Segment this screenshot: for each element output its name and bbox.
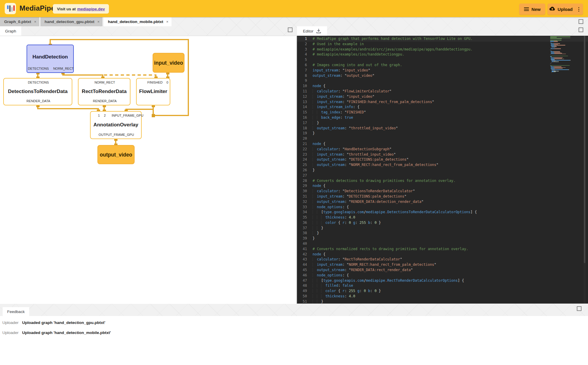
code-line-19[interactable]: 19}	[297, 131, 588, 136]
code-line-14[interactable]: 14 input_stream_info: {	[297, 105, 588, 110]
code-line-28[interactable]: 28# Converts detections to drawing primi…	[297, 178, 588, 184]
code-line-35[interactable]: 35 thickness: 4.0	[297, 215, 588, 220]
code-line-17[interactable]: 17 }	[297, 120, 588, 126]
code-line-32[interactable]: 32 output_stream: "RENDER_DATA:detection…	[297, 199, 588, 205]
code-line-9[interactable]: 9	[297, 78, 588, 84]
code-line-21[interactable]: 21node {	[297, 141, 588, 147]
code-line-24[interactable]: 24 output_stream: "DETECTIONS:palm_detec…	[297, 157, 588, 162]
line-number: 50	[297, 294, 312, 299]
code-line-42[interactable]: 42node {	[297, 252, 588, 257]
tab-close-icon[interactable]: ×	[34, 19, 37, 24]
code-line-15[interactable]: 15 tag_index: "FINISHED"	[297, 110, 588, 115]
code-line-11[interactable]: 11 calculator: "FlowLimiterCalculator"	[297, 89, 588, 94]
code-line-4[interactable]: 4# mediapipie/examples/ios/handdetection…	[297, 52, 588, 57]
code-line-50[interactable]: 50 thickness: 4.0	[297, 294, 588, 299]
code-line-49[interactable]: 49 color { r: 255 g: 0 b: 0 }	[297, 289, 588, 294]
code-line-3[interactable]: 3# mediapipie/examples/android/src/java/…	[297, 47, 588, 52]
code-line-2[interactable]: 2# Used in the example in	[297, 42, 588, 47]
code-line-22[interactable]: 22 calculator: "HandDetectionSubgraph"	[297, 147, 588, 152]
code-line-39[interactable]: 39}	[297, 236, 588, 241]
tab-editor[interactable]: Editor	[297, 26, 327, 36]
minimap[interactable]	[550, 36, 583, 73]
editor-restore-icon[interactable]	[579, 19, 583, 24]
tab-close-icon[interactable]: ×	[97, 19, 100, 24]
code-line-34[interactable]: 34 [type.googleapis.com/mediapipe.Detect…	[297, 210, 588, 215]
line-number: 51	[297, 299, 312, 304]
upload-button[interactable]: Upload ⋮	[548, 4, 583, 15]
graph-node-output_video[interactable]: output_video	[97, 145, 135, 164]
node-title: HandDetection	[27, 54, 73, 60]
download-icon[interactable]	[316, 28, 321, 34]
line-number: 40	[297, 241, 312, 247]
graph-canvas[interactable]: HandDetectionDETECTIONSNORM_RECTinput_vi…	[0, 36, 297, 304]
code-text: # Converts normalized rects to drawing p…	[312, 247, 468, 252]
visit-link[interactable]: mediapipe.dev	[77, 7, 105, 11]
graph-node-FlowLimiter[interactable]: FlowLimiterFINISHED0	[136, 78, 170, 105]
graph-node-HandDetection[interactable]: HandDetectionDETECTIONSNORM_RECT	[27, 45, 74, 73]
editor-scrollbar[interactable]	[584, 36, 586, 304]
code-line-45[interactable]: 45 output_stream: "RENDER_DATA:rect_rend…	[297, 268, 588, 273]
code-line-1[interactable]: 1# MediaPipe graph that performs hand de…	[297, 36, 588, 42]
code-line-36[interactable]: 36 color { r: 0 g: 255 b: 0 }	[297, 220, 588, 226]
code-line-48[interactable]: 48 filled: false	[297, 283, 588, 289]
code-line-31[interactable]: 31 input_stream: "DETECTIONS:palm_detect…	[297, 194, 588, 199]
graph-maximize-icon[interactable]	[288, 27, 293, 32]
code-line-29[interactable]: 29node {	[297, 183, 588, 189]
tab-feedback[interactable]: Feedback	[3, 307, 29, 316]
code-line-12[interactable]: 12 input_stream: "input_video"	[297, 94, 588, 100]
code-line-51[interactable]: 51 }	[297, 299, 588, 304]
code-line-16[interactable]: 16 back_edge: true	[297, 115, 588, 120]
code-line-33[interactable]: 33 node_options: {	[297, 205, 588, 210]
tab-close-icon[interactable]: ×	[166, 19, 169, 24]
graph-node-AnnotationOverlay[interactable]: AnnotationOverlay12INPUT_FRAME_GPUOUTPUT…	[90, 111, 142, 139]
graph-node-RectToRenderData[interactable]: RectToRenderDataNORM_RECTRENDER_DATA	[78, 78, 130, 105]
graph-node-DetectionsToRenderData[interactable]: DetectionsToRenderDataDETECTIONSRENDER_D…	[3, 78, 72, 105]
code-line-37[interactable]: 37 }	[297, 226, 588, 231]
code-line-13[interactable]: 13 input_stream: "FINISHED:hand_rect_fro…	[297, 100, 588, 105]
code-line-47[interactable]: 47 [type.googleapis.com/mediapipe.RectTo…	[297, 278, 588, 283]
code-line-27[interactable]: 27	[297, 173, 588, 178]
code-text: # MediaPipe graph that performs hand det…	[312, 36, 473, 42]
code-line-44[interactable]: 44 input_stream: "NORM_RECT:hand_rect_fr…	[297, 262, 588, 268]
code-line-6[interactable]: 6# Images coming into and out of the gra…	[297, 63, 588, 68]
code-line-7[interactable]: 7input_stream: "input_video"	[297, 68, 588, 73]
code-line-18[interactable]: 18 output_stream: "throttled_input_video…	[297, 126, 588, 131]
graph-node-input_video[interactable]: input_video	[153, 53, 184, 73]
code-line-40[interactable]: 40	[297, 241, 588, 247]
file-tab-hand_detection_gpu.pbtxt[interactable]: hand_detection_gpu.pbtxt×	[40, 17, 102, 26]
code-line-8[interactable]: 8output_stream: "output_video"	[297, 73, 588, 79]
code-lines[interactable]: 1# MediaPipe graph that performs hand de…	[297, 36, 588, 304]
line-number: 46	[297, 273, 312, 278]
code-line-43[interactable]: 43 calculator: "RectToRenderDataCalculat…	[297, 257, 588, 262]
port-label: 2	[104, 114, 106, 117]
node-title: DetectionsToRenderData	[4, 89, 72, 94]
code-line-5[interactable]: 5	[297, 57, 588, 63]
code-text: node_options: {	[312, 205, 349, 210]
kebab-menu-icon[interactable]: ⋮	[576, 7, 581, 12]
feedback-entry: UploaderUploaded graph 'hand_detection_m…	[2, 330, 111, 335]
line-number: 4	[297, 52, 312, 57]
code-line-38[interactable]: 38 }	[297, 231, 588, 236]
code-line-25[interactable]: 25 output_stream: "NORM_RECT:hand_rect_f…	[297, 162, 588, 168]
code-text: output_stream: "NORM_RECT:hand_rect_from…	[312, 162, 438, 168]
new-list-icon	[524, 6, 529, 12]
code-line-30[interactable]: 30 calculator: "DetectionsToRenderDataCa…	[297, 189, 588, 194]
code-line-23[interactable]: 23 input_stream: "throttled_input_video"	[297, 152, 588, 157]
editor-scrollbar-thumb[interactable]	[584, 36, 585, 263]
code-line-46[interactable]: 46 node_options: {	[297, 273, 588, 278]
feedback-source: Uploader	[2, 330, 22, 335]
tab-graph[interactable]: Graph	[0, 26, 21, 36]
code-text: filled: false	[312, 283, 353, 289]
code-line-26[interactable]: 26}	[297, 168, 588, 173]
file-tab-hand_detection_mobile.pbtxt[interactable]: hand_detection_mobile.pbtxt×	[104, 17, 171, 26]
code-editor[interactable]: 1# MediaPipe graph that performs hand de…	[297, 36, 588, 304]
new-button[interactable]: New	[519, 4, 545, 15]
editor-maximize-icon[interactable]	[579, 27, 583, 32]
code-text: node {	[312, 84, 325, 89]
code-text: calculator: "FlowLimiterCalculator"	[312, 89, 391, 94]
code-line-20[interactable]: 20	[297, 136, 588, 141]
code-line-10[interactable]: 10node {	[297, 84, 588, 89]
feedback-maximize-icon[interactable]	[577, 306, 582, 311]
code-line-41[interactable]: 41# Converts normalized rects to drawing…	[297, 247, 588, 252]
file-tab-Graph_0.pbtxt[interactable]: Graph_0.pbtxt×	[0, 17, 39, 26]
